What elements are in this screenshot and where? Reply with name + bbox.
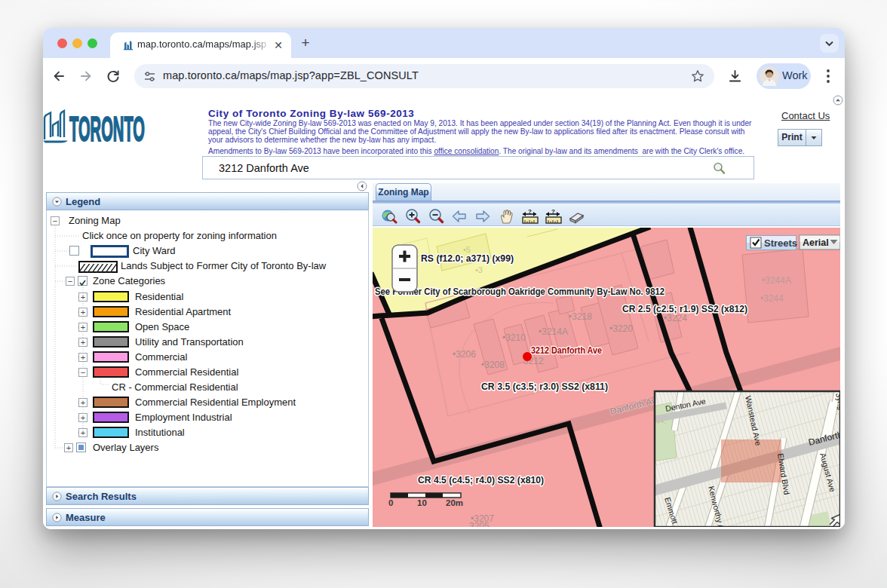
svg-text:?: ? xyxy=(551,208,555,215)
svg-text:10: 10 xyxy=(417,498,427,507)
svg-text:See Former City of Scarborough: See Former City of Scarborough Oakridge … xyxy=(375,286,664,297)
svg-text:•3220: •3220 xyxy=(609,323,633,334)
svg-text:3205: 3205 xyxy=(469,521,490,527)
svg-text:•3208: •3208 xyxy=(481,360,505,370)
svg-text:Aerial: Aerial xyxy=(803,237,829,248)
svg-text:CR 3.5 (c3.5; r3.0) SS2 (x811: CR 3.5 (c3.5; r3.0) SS2 (x811) xyxy=(481,381,608,392)
svg-text:3212 Danforth Ave: 3212 Danforth Ave xyxy=(531,345,602,356)
svg-text:•3244A: •3244A xyxy=(762,275,791,286)
svg-text:•3218: •3218 xyxy=(569,311,592,322)
svg-text:•3214A: •3214A xyxy=(539,326,568,337)
svg-text:•3244: •3244 xyxy=(760,293,784,304)
svg-text:CR 2.5 (c2.5; r1.9) SS2 (x812: CR 2.5 (c2.5; r1.9) SS2 (x812) xyxy=(622,303,747,314)
svg-text:•3206: •3206 xyxy=(453,349,476,360)
svg-text:TORONTO: TORONTO xyxy=(69,109,145,145)
svg-text:•3224: •3224 xyxy=(664,313,687,323)
svg-text:?: ? xyxy=(528,208,532,215)
svg-text:•3: •3 xyxy=(475,265,483,274)
svg-text:RS (f12.0; a371) (x99): RS (f12.0; a371) (x99) xyxy=(421,253,514,264)
svg-text:20m: 20m xyxy=(446,498,463,507)
svg-text:•3210: •3210 xyxy=(502,332,526,343)
svg-text:0: 0 xyxy=(388,498,393,507)
svg-text:Streets: Streets xyxy=(764,237,797,249)
svg-text:CR 4.5 (c4.5; r4.0) SS2 (x810: CR 4.5 (c4.5; r4.0) SS2 (x810) xyxy=(418,474,544,485)
